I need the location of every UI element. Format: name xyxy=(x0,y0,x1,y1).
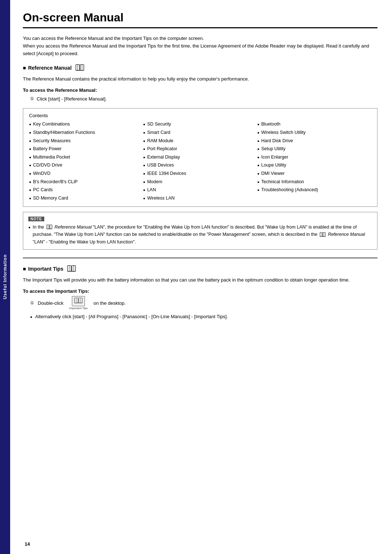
important-tips-icon xyxy=(67,265,76,273)
section-divider xyxy=(23,258,377,258)
list-item: DMI Viewer xyxy=(257,170,371,177)
list-item: Wireless LAN xyxy=(143,194,257,202)
contents-box: Contents Key CombinationsStandby/Hiberna… xyxy=(23,108,377,206)
note-book-icon xyxy=(46,224,53,230)
list-item: Setup Utility xyxy=(257,145,371,153)
desktop-icon-svg xyxy=(74,297,83,305)
main-content: On-screen Manual You can access the Refe… xyxy=(10,0,392,554)
list-item: Standby/Hibernation Functions xyxy=(29,129,143,136)
list-item: RAM Module xyxy=(143,137,257,145)
page-number: 14 xyxy=(25,541,30,547)
list-item: Multimedia Pocket xyxy=(29,153,143,161)
step-number: ① xyxy=(30,300,34,305)
intro-line-2: When you access the Reference Manual and… xyxy=(23,42,377,58)
list-item: Security Measures xyxy=(29,137,143,145)
list-item: IEEE 1394 Devices xyxy=(143,170,257,177)
important-tips-bullet-1: Alternatively click [start] - [All Progr… xyxy=(30,313,377,321)
note-box: NOTE In the Reference Manual "LAN", the … xyxy=(23,212,377,250)
list-item: Smart Card xyxy=(143,129,257,136)
list-item: CD/DVD Drive xyxy=(29,161,143,169)
reference-manual-access-heading: To access the Reference Manual: xyxy=(23,87,377,93)
contents-col-1: Key CombinationsStandby/Hibernation Func… xyxy=(29,120,143,202)
list-item: B's Recorder/B's CLiP xyxy=(29,178,143,186)
page-title: On-screen Manual xyxy=(23,11,377,28)
step-suffix: on the desktop. xyxy=(94,300,126,306)
intro-line-1: You can access the Reference Manual and … xyxy=(23,35,377,42)
list-item: Battery Power xyxy=(29,145,143,153)
list-item: SD Security xyxy=(143,120,257,128)
double-click-text: Double-click xyxy=(38,300,64,306)
list-item: Wireless Switch Utility xyxy=(257,129,371,136)
reference-manual-step-1: Click [start] - [Reference Manual]. xyxy=(30,95,377,103)
sidebar: Useful Information xyxy=(0,0,10,554)
note-book-icon-2 xyxy=(319,232,326,238)
intro-text: You can access the Reference Manual and … xyxy=(23,35,377,57)
important-tips-desktop-icon: Important Tips xyxy=(69,296,88,310)
contents-col-3: BluetoothWireless Switch UtilityHard Dis… xyxy=(257,120,371,202)
note-item: In the Reference Manual "LAN", the proce… xyxy=(28,223,372,246)
list-item: Technical Information xyxy=(257,178,371,186)
desktop-icon-image xyxy=(72,296,85,306)
list-item: USB Devices xyxy=(143,161,257,169)
important-tips-bullets: Alternatively click [start] - [All Progr… xyxy=(30,313,377,321)
important-tips-step: ① Double-click Important Tips on the des… xyxy=(30,296,377,310)
list-item: Loupe Utility xyxy=(257,161,371,169)
note-label: NOTE xyxy=(28,217,44,221)
list-item: PC Cards xyxy=(29,186,143,194)
reference-manual-steps: Click [start] - [Reference Manual]. xyxy=(30,95,377,103)
list-item: SD Memory Card xyxy=(29,194,143,202)
desktop-icon-label: Important Tips xyxy=(69,307,88,310)
list-item: Port Replicator xyxy=(143,145,257,153)
reference-manual-heading: Reference Manual xyxy=(23,64,377,72)
list-item: LAN xyxy=(143,186,257,194)
list-item: Icon Enlarger xyxy=(257,153,371,161)
important-tips-access-heading: To access the Important Tips: xyxy=(23,288,377,294)
sidebar-label: Useful Information xyxy=(3,254,8,299)
reference-manual-icon xyxy=(75,64,85,72)
important-tips-desc: The Important Tips will provide you with… xyxy=(23,276,377,284)
list-item: Modem xyxy=(143,178,257,186)
reference-manual-desc: The Reference Manual contains the practi… xyxy=(23,75,377,83)
list-item: Hard Disk Drive xyxy=(257,137,371,145)
contents-grid: Key CombinationsStandby/Hibernation Func… xyxy=(29,120,371,202)
list-item: External Display xyxy=(143,153,257,161)
important-tips-heading: Important Tips xyxy=(23,265,377,273)
list-item: Troubleshooting (Advanced) xyxy=(257,186,371,194)
note-text: In the Reference Manual "LAN", the proce… xyxy=(33,223,372,246)
contents-title: Contents xyxy=(29,113,371,118)
list-item: Key Combinations xyxy=(29,120,143,128)
contents-col-2: SD SecuritySmart CardRAM ModulePort Repl… xyxy=(143,120,257,202)
list-item: Bluetooth xyxy=(257,120,371,128)
list-item: WinDVD xyxy=(29,170,143,177)
